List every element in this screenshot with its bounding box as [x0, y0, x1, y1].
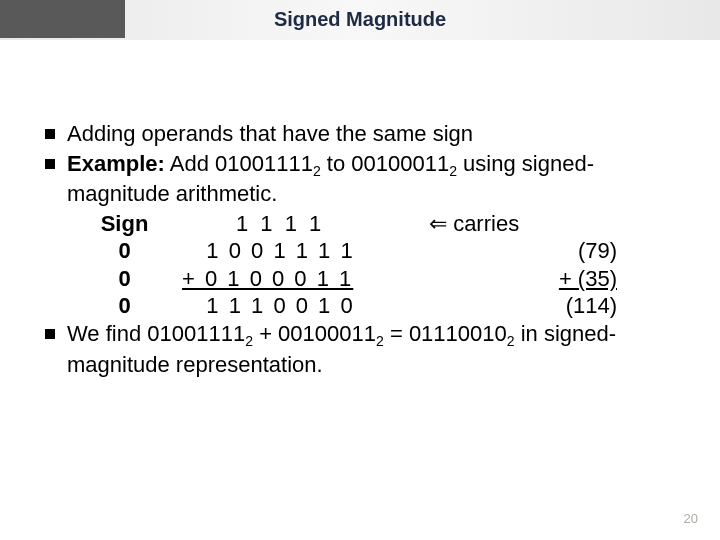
operand-bits: 1 0 0 1 1 1 1 [182, 237, 367, 265]
result-dec: (114) [367, 292, 617, 320]
sign-bit: 0 [67, 237, 182, 265]
operand-row: 0 + 0 1 0 0 0 1 1 + (35) [67, 265, 685, 293]
bullet-square-icon [45, 329, 55, 339]
sign-header: Sign [67, 210, 182, 238]
bullet-text: Adding operands that have the same sign [67, 120, 685, 148]
bullet-item: We find 010011112 + 001000112 = 01110010… [45, 320, 685, 378]
result-row: 0 1 1 1 0 0 1 0 (114) [67, 292, 685, 320]
operand-dec: + (35) [367, 265, 617, 293]
operand-row: 0 1 0 0 1 1 1 1 (79) [67, 237, 685, 265]
bullet-square-icon [45, 159, 55, 169]
operand-dec: (79) [367, 237, 617, 265]
slide-body: Adding operands that have the same sign … [45, 120, 685, 380]
slide-title: Signed Magnitude [0, 0, 720, 38]
result-bits: 1 1 1 0 0 1 0 [182, 292, 367, 320]
worked-example: Sign 1 1 1 1 ⇐ carries 0 1 0 0 1 1 1 1 (… [67, 210, 685, 320]
carries-label: ⇐ carries [429, 210, 519, 238]
bullet-text: Example: Add 010011112 to 001000112 usin… [67, 150, 685, 208]
bullet-item: Example: Add 010011112 to 001000112 usin… [45, 150, 685, 208]
bullet-text: We find 010011112 + 001000112 = 01110010… [67, 320, 685, 378]
carries-bits: 1 1 1 1 [182, 210, 421, 238]
sign-bit: 0 [67, 265, 182, 293]
carries-row: Sign 1 1 1 1 ⇐ carries [67, 210, 685, 238]
slide: Signed Magnitude Adding operands that ha… [0, 0, 720, 540]
bullet-item: Adding operands that have the same sign [45, 120, 685, 148]
page-number: 20 [684, 511, 698, 526]
operand-bits: + 0 1 0 0 0 1 1 [182, 265, 367, 293]
title-bar: Signed Magnitude [0, 0, 720, 40]
bullet-square-icon [45, 129, 55, 139]
sign-bit: 0 [67, 292, 182, 320]
